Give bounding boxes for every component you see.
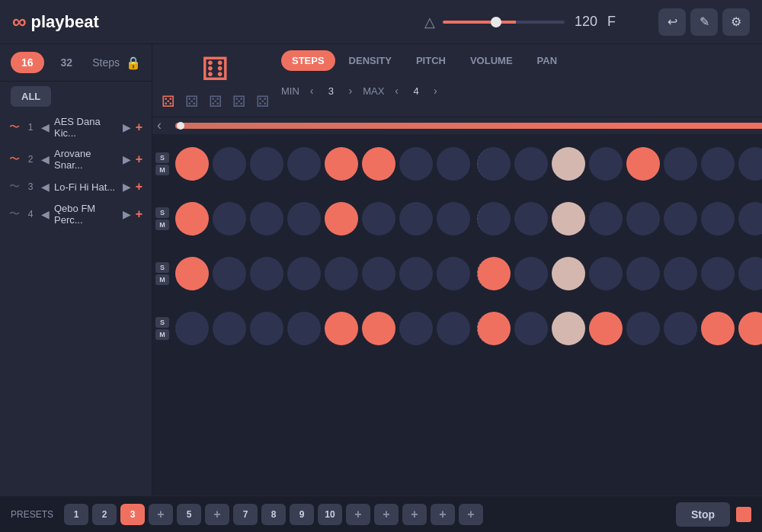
preset-add-button[interactable]: + <box>205 504 229 525</box>
seq-cell[interactable] <box>250 202 283 236</box>
seq-cell[interactable] <box>664 257 697 290</box>
preset-add-button[interactable]: + <box>459 504 483 525</box>
preset-3-button[interactable]: 3 <box>120 504 145 525</box>
pencil-button[interactable]: ✎ <box>690 8 718 36</box>
seq-cell[interactable] <box>362 147 395 181</box>
seq-cell[interactable] <box>664 312 697 345</box>
preset-2-button[interactable]: 2 <box>92 504 117 525</box>
seq-cell[interactable] <box>175 312 209 345</box>
track-next-button[interactable]: ▶ <box>123 181 131 193</box>
seq-cell[interactable] <box>626 257 660 290</box>
track-add-button[interactable]: + <box>136 180 142 194</box>
track-next-button[interactable]: ▶ <box>123 208 131 220</box>
seq-cell[interactable] <box>514 312 548 345</box>
seq-cell[interactable] <box>250 257 283 290</box>
seq-cell[interactable] <box>325 257 358 290</box>
tab-steps[interactable]: STEPS <box>281 50 335 71</box>
track-add-button[interactable]: + <box>136 120 142 134</box>
track-prev-button[interactable]: ◀ <box>41 153 50 165</box>
seq-cell[interactable] <box>362 202 395 236</box>
preset-add-button[interactable]: + <box>346 504 370 525</box>
stop-square-icon[interactable] <box>736 507 751 522</box>
track-prev-button[interactable]: ◀ <box>41 121 50 133</box>
seq-solo-button[interactable]: S <box>155 317 169 328</box>
track-item[interactable]: 〜 4 ◀ Qebo FM Perc... ▶ + <box>0 198 152 230</box>
seq-cell[interactable] <box>589 257 623 290</box>
preset-1-button[interactable]: 1 <box>64 504 88 525</box>
preset-8-button[interactable]: 8 <box>261 504 286 525</box>
preset-add-button[interactable]: + <box>402 504 427 525</box>
seq-cell[interactable] <box>738 147 762 181</box>
tab-volume[interactable]: VOLUME <box>459 50 523 71</box>
seq-cell[interactable] <box>701 312 735 345</box>
preset-7-button[interactable]: 7 <box>233 504 258 525</box>
dice-small-4-icon[interactable]: ⚄ <box>232 92 245 111</box>
seq-cell[interactable] <box>552 312 585 345</box>
seq-mute-button[interactable]: M <box>155 220 169 230</box>
seq-cell[interactable] <box>701 257 735 290</box>
big-dice-icon[interactable]: ⚅ <box>201 50 229 88</box>
seq-cell[interactable] <box>514 202 548 236</box>
seq-cell[interactable] <box>552 147 585 181</box>
max-decrease-button[interactable]: ‹ <box>390 83 403 98</box>
preset-9-button[interactable]: 9 <box>290 504 314 525</box>
seq-cell[interactable] <box>250 147 283 181</box>
seq-cell[interactable] <box>589 202 623 236</box>
undo-button[interactable]: ↩ <box>658 8 686 36</box>
seq-cell[interactable] <box>213 257 246 290</box>
seq-cell[interactable] <box>701 147 735 181</box>
track-item[interactable]: 〜 3 ◀ Lo-Fi Hi Hat... ▶ + <box>0 175 152 198</box>
seq-cell[interactable] <box>287 147 321 181</box>
track-item[interactable]: 〜 2 ◀ Arovane Snar... ▶ + <box>0 143 152 175</box>
seq-solo-button[interactable]: S <box>155 262 169 273</box>
seq-cell[interactable] <box>250 312 283 345</box>
preset-10-button[interactable]: 10 <box>318 504 342 525</box>
preset-add-button[interactable]: + <box>149 504 173 525</box>
seq-cell[interactable] <box>738 312 762 345</box>
all-button[interactable]: ALL <box>11 86 51 107</box>
seq-cell[interactable] <box>514 147 548 181</box>
seq-cell[interactable] <box>175 257 209 290</box>
dice-small-2-icon[interactable]: ⚄ <box>185 92 198 111</box>
step-16-button[interactable]: 16 <box>11 52 44 73</box>
seq-cell[interactable] <box>738 202 762 236</box>
seq-scroll-left-button[interactable]: ‹ <box>157 117 162 133</box>
min-increase-button[interactable]: › <box>344 83 357 98</box>
seq-scrollbar[interactable]: ‹ › <box>152 117 762 134</box>
seq-cell[interactable] <box>514 257 548 290</box>
track-next-button[interactable]: ▶ <box>123 153 131 165</box>
seq-cell[interactable] <box>589 312 623 345</box>
seq-cell[interactable] <box>477 147 511 181</box>
seq-cell[interactable] <box>399 312 433 345</box>
seq-mute-button[interactable]: M <box>155 329 169 340</box>
seq-cell[interactable] <box>664 202 697 236</box>
track-add-button[interactable]: + <box>136 152 142 166</box>
tab-pitch[interactable]: PITCH <box>405 50 456 71</box>
seq-cell[interactable] <box>399 257 433 290</box>
seq-cell[interactable] <box>738 257 762 290</box>
seq-cell[interactable] <box>701 202 735 236</box>
seq-cell[interactable] <box>287 312 321 345</box>
settings-button[interactable]: ⚙ <box>722 8 750 36</box>
track-prev-button[interactable]: ◀ <box>41 208 50 220</box>
seq-cell[interactable] <box>213 312 246 345</box>
seq-cell[interactable] <box>437 257 470 290</box>
preset-add-button[interactable]: + <box>431 504 455 525</box>
track-add-button[interactable]: + <box>136 207 142 221</box>
seq-cell[interactable] <box>175 147 209 181</box>
seq-cell[interactable] <box>626 202 660 236</box>
seq-cell[interactable] <box>552 202 585 236</box>
seq-cell[interactable] <box>287 257 321 290</box>
seq-cell[interactable] <box>399 147 433 181</box>
seq-cell[interactable] <box>325 202 358 236</box>
seq-cell[interactable] <box>362 312 395 345</box>
preset-5-button[interactable]: 5 <box>177 504 201 525</box>
stop-button[interactable]: Stop <box>676 502 730 527</box>
seq-cell[interactable] <box>175 202 209 236</box>
seq-cell[interactable] <box>589 147 623 181</box>
seq-mute-button[interactable]: M <box>155 274 169 285</box>
track-item[interactable]: 〜 1 ◀ AES Dana Kic... ▶ + <box>0 111 152 143</box>
min-decrease-button[interactable]: ‹ <box>306 83 319 98</box>
seq-cell[interactable] <box>213 202 246 236</box>
seq-cell[interactable] <box>664 147 697 181</box>
